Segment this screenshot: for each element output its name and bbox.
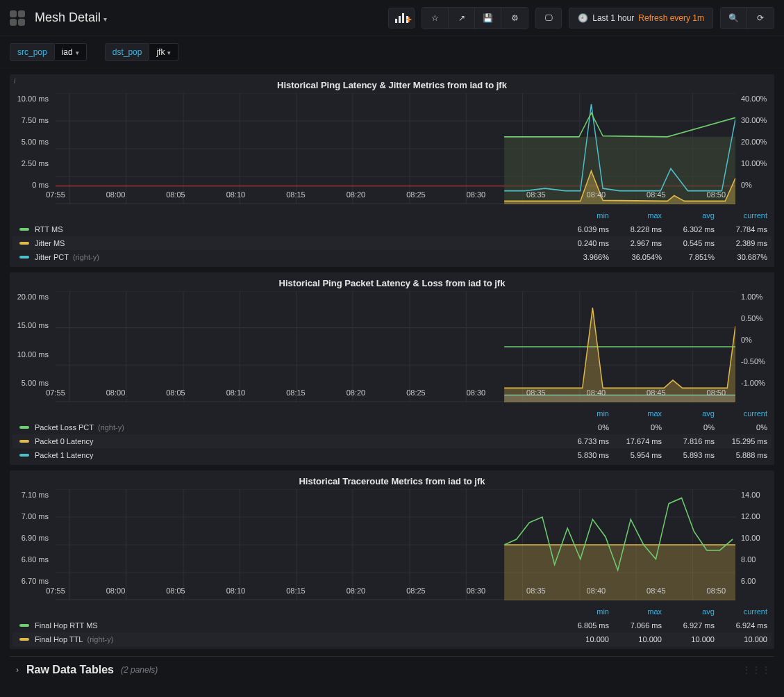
- zoom-out-button[interactable]: 🔍: [721, 8, 747, 28]
- legend-col-avg[interactable]: avg: [666, 605, 719, 618]
- chevron-down-icon: ▾: [167, 49, 171, 56]
- legend-row[interactable]: RTT MS6.039 ms8.228 ms6.302 ms7.784 ms: [12, 222, 772, 236]
- chart-svg: [56, 291, 735, 402]
- settings-button[interactable]: ⚙: [501, 8, 528, 28]
- legend-row[interactable]: Jitter MS0.240 ms2.967 ms0.545 ms2.389 m…: [12, 236, 772, 250]
- series-swatch: [19, 426, 29, 429]
- series-swatch: [19, 242, 29, 245]
- legend-col-min[interactable]: min: [560, 208, 613, 222]
- app-header: Mesh Detail▾ + ☆ ↗ 💾 ⚙ 🖵 🕘 Last 1 hour R…: [0, 0, 784, 36]
- share-icon: ↗: [458, 13, 465, 23]
- chart-svg: [56, 93, 735, 204]
- chevron-right-icon: ›: [12, 665, 22, 675]
- legend-col-current[interactable]: current: [719, 407, 772, 420]
- refresh-button[interactable]: ⟳: [747, 8, 774, 28]
- panel-latency-jitter: i Historical Ping Latency & Jitter Metri…: [10, 74, 774, 267]
- x-axis: 07:5508:0008:0508:1008:1508:2008:2508:30…: [56, 388, 735, 402]
- legend-col-min[interactable]: min: [560, 605, 613, 618]
- star-icon: ☆: [431, 13, 439, 23]
- template-variables: src_pop iad▾ dst_pop jfk▾: [0, 36, 784, 69]
- legend-row[interactable]: Packet 0 Latency6.733 ms17.674 ms7.816 m…: [12, 434, 772, 448]
- legend-row[interactable]: Final Hop TTL(right-y)10.00010.00010.000…: [12, 632, 772, 646]
- share-button[interactable]: ↗: [449, 8, 475, 28]
- time-range-label: Last 1 hour: [592, 13, 634, 23]
- legend-table: minmaxavgcurrent Packet Loss PCT(right-y…: [10, 402, 774, 465]
- series-swatch: [19, 638, 29, 641]
- tv-mode-button[interactable]: 🖵: [535, 8, 562, 28]
- row-raw-data-tables[interactable]: › Raw Data Tables (2 panels) ⋮⋮⋮: [10, 656, 774, 683]
- bar-chart-plus-icon: +: [395, 13, 408, 23]
- panel-traceroute: Historical Traceroute Metrics from iad t…: [10, 470, 774, 649]
- legend-row[interactable]: Packet Loss PCT(right-y)0%0%0%0%: [12, 420, 772, 434]
- legend-col-avg[interactable]: avg: [666, 407, 719, 420]
- refresh-icon: ⟳: [757, 13, 764, 23]
- monitor-icon: 🖵: [544, 13, 553, 23]
- legend-col-current[interactable]: current: [719, 605, 772, 618]
- panel-title: Historical Ping Latency & Jitter Metrics…: [10, 74, 774, 93]
- clock-icon: 🕘: [578, 13, 588, 23]
- panel-title: Historical Ping Packet Latency & Loss fr…: [10, 272, 774, 291]
- y-axis-left: 10.00 ms7.50 ms5.00 ms2.50 ms0 ms: [10, 93, 53, 189]
- y-axis-right: 14.0012.0010.008.006.00: [738, 489, 774, 585]
- dashboard-grid-icon[interactable]: [10, 10, 25, 26]
- x-axis: 07:5508:0008:0508:1008:1508:2008:2508:30…: [56, 190, 735, 204]
- legend-row[interactable]: Packet 1 Latency5.830 ms5.954 ms5.893 ms…: [12, 448, 772, 462]
- series-swatch: [19, 454, 29, 457]
- save-button[interactable]: 💾: [475, 8, 501, 28]
- chart-area[interactable]: 7.10 ms7.00 ms6.90 ms6.80 ms6.70 ms 14.0…: [10, 489, 774, 600]
- chart-area[interactable]: 20.00 ms15.00 ms10.00 ms5.00 ms 1.00%0.5…: [10, 291, 774, 402]
- drag-handle-icon[interactable]: ⋮⋮⋮: [742, 665, 772, 675]
- series-swatch: [19, 256, 29, 259]
- y-axis-right: 40.00%30.00%20.00%10.00%0%: [738, 93, 774, 189]
- star-button[interactable]: ☆: [422, 8, 449, 28]
- legend-table: minmaxavgcurrent RTT MS6.039 ms8.228 ms6…: [10, 204, 774, 267]
- chevron-down-icon: ▾: [103, 15, 107, 23]
- legend-col-current[interactable]: current: [719, 208, 772, 222]
- legend-row[interactable]: Jitter PCT(right-y)3.966%36.054%7.851%30…: [12, 250, 772, 264]
- series-swatch: [19, 624, 29, 627]
- legend-col-max[interactable]: max: [613, 407, 666, 420]
- chart-svg: [56, 489, 735, 600]
- legend-row[interactable]: Final Hop RTT MS6.805 ms7.066 ms6.927 ms…: [12, 618, 772, 632]
- chart-area[interactable]: 10.00 ms7.50 ms5.00 ms2.50 ms0 ms 40.00%…: [10, 93, 774, 204]
- dashboard-title[interactable]: Mesh Detail▾: [35, 10, 107, 25]
- zoom-out-icon: 🔍: [728, 13, 739, 23]
- legend-col-avg[interactable]: avg: [666, 208, 719, 222]
- legend-col-max[interactable]: max: [613, 208, 666, 222]
- time-range-picker[interactable]: 🕘 Last 1 hour Refresh every 1m: [569, 8, 713, 28]
- row-panel-count: (2 panels): [121, 665, 158, 675]
- panel-title: Historical Traceroute Metrics from iad t…: [10, 470, 774, 489]
- legend-col-max[interactable]: max: [613, 605, 666, 618]
- var-dst-pop-label: dst_pop: [105, 43, 150, 61]
- add-panel-button[interactable]: +: [388, 8, 415, 28]
- toolbar-group: ☆ ↗ 💾 ⚙: [422, 7, 528, 29]
- var-dst-pop-value[interactable]: jfk▾: [149, 43, 178, 61]
- zoom-refresh-group: 🔍 ⟳: [720, 7, 774, 29]
- row-title: Raw Data Tables: [26, 664, 114, 676]
- gear-icon: ⚙: [511, 13, 519, 23]
- panel-packet-latency-loss: Historical Ping Packet Latency & Loss fr…: [10, 272, 774, 465]
- y-axis-right: 1.00%0.50%0%-0.50%-1.00%: [738, 291, 774, 387]
- legend-table: minmaxavgcurrent Final Hop RTT MS6.805 m…: [10, 600, 774, 649]
- var-src-pop-label: src_pop: [10, 43, 55, 61]
- chevron-down-icon: ▾: [76, 49, 79, 56]
- refresh-interval-label: Refresh every 1m: [638, 13, 704, 23]
- save-icon: 💾: [483, 13, 493, 23]
- legend-col-min[interactable]: min: [560, 407, 613, 420]
- y-axis-left: 20.00 ms15.00 ms10.00 ms5.00 ms: [10, 291, 53, 387]
- info-icon[interactable]: i: [14, 77, 15, 85]
- x-axis: 07:5508:0008:0508:1008:1508:2008:2508:30…: [56, 587, 735, 600]
- var-src-pop-value[interactable]: iad▾: [55, 43, 87, 61]
- series-swatch: [19, 440, 29, 443]
- series-swatch: [19, 228, 29, 231]
- y-axis-left: 7.10 ms7.00 ms6.90 ms6.80 ms6.70 ms: [10, 489, 53, 585]
